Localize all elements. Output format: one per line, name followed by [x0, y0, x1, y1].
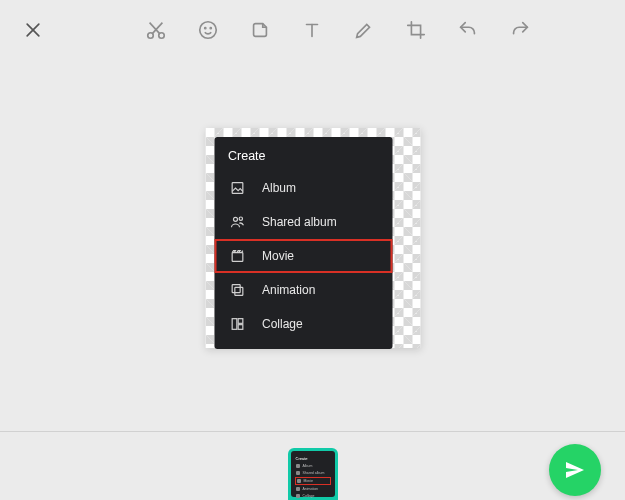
divider	[0, 431, 625, 432]
shared-album-icon	[228, 213, 246, 231]
image-thumbnail[interactable]: Create Album Shared album Movie Animatio…	[288, 448, 338, 500]
sticker-button[interactable]	[248, 18, 272, 42]
svg-point-8	[210, 28, 211, 29]
redo-button[interactable]	[508, 18, 532, 42]
canvas-area: Create Album Shared album Movie Animatio…	[205, 128, 420, 348]
cut-icon	[145, 19, 167, 41]
create-menu-title: Create	[214, 147, 392, 171]
close-icon	[23, 20, 43, 40]
cut-button[interactable]	[144, 18, 168, 42]
undo-button[interactable]	[456, 18, 480, 42]
menu-item-collage[interactable]: Collage	[214, 307, 392, 341]
menu-item-label: Animation	[262, 283, 315, 297]
menu-item-label: Collage	[262, 317, 303, 331]
menu-item-shared-album[interactable]: Shared album	[214, 205, 392, 239]
thumbnail-preview: Create Album Shared album Movie Animatio…	[291, 451, 335, 497]
svg-point-12	[233, 217, 237, 221]
menu-item-movie[interactable]: Movie	[214, 239, 392, 273]
menu-item-album[interactable]: Album	[214, 171, 392, 205]
menu-item-animation[interactable]: Animation	[214, 273, 392, 307]
text-button[interactable]	[300, 18, 324, 42]
svg-rect-17	[232, 319, 237, 330]
svg-point-7	[205, 28, 206, 29]
redo-icon	[509, 19, 531, 41]
svg-point-6	[200, 22, 217, 39]
svg-rect-19	[238, 325, 243, 330]
menu-item-label: Shared album	[262, 215, 337, 229]
emoji-icon	[197, 19, 219, 41]
text-icon	[301, 19, 323, 41]
movie-icon	[228, 247, 246, 265]
svg-point-13	[239, 217, 242, 220]
edit-tools	[144, 18, 532, 42]
send-button[interactable]	[549, 444, 601, 496]
collage-icon	[228, 315, 246, 333]
undo-icon	[457, 19, 479, 41]
send-icon	[563, 458, 587, 482]
svg-rect-15	[234, 287, 242, 295]
svg-rect-14	[232, 253, 243, 262]
crop-icon	[405, 19, 427, 41]
menu-item-label: Movie	[262, 249, 294, 263]
draw-button[interactable]	[352, 18, 376, 42]
draw-icon	[353, 19, 375, 41]
svg-rect-16	[232, 285, 240, 293]
emoji-button[interactable]	[196, 18, 220, 42]
top-toolbar	[0, 0, 625, 60]
sticker-icon	[249, 19, 271, 41]
create-menu: Create Album Shared album Movie Animatio…	[214, 137, 392, 349]
svg-rect-18	[238, 319, 243, 324]
image-icon	[228, 179, 246, 197]
close-button[interactable]	[18, 15, 48, 45]
svg-rect-11	[232, 183, 243, 194]
animation-icon	[228, 281, 246, 299]
crop-button[interactable]	[404, 18, 428, 42]
menu-item-label: Album	[262, 181, 296, 195]
